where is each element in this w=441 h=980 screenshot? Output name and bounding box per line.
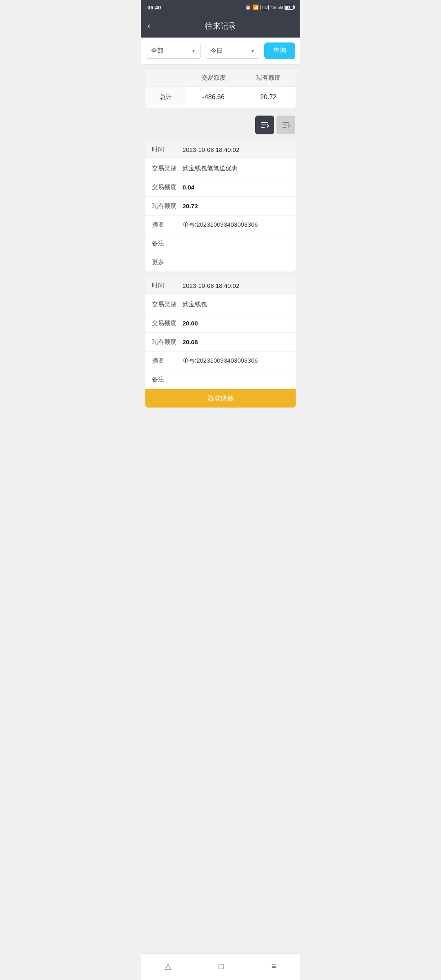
signal-5g-icon: 5G [278, 5, 283, 10]
signal-4g-icon: 4G [270, 5, 276, 10]
time-label-2: 时间 [152, 282, 183, 290]
summary-label-1: 摘要 [152, 221, 183, 229]
transaction-type-row-2: 交易类别 购宝钱包 [145, 295, 296, 314]
transaction-summary-row-2: 摘要 单号:202310093403003306 [145, 352, 296, 370]
col-transaction-header: 交易额度 [186, 69, 241, 87]
transaction-balance-row-2: 现有额度 20.68 [145, 333, 296, 352]
chevron-down-icon-2: ▼ [251, 49, 255, 53]
balance-label-2: 现有额度 [152, 338, 183, 346]
transaction-balance-row-1: 现有额度 20.72 [145, 197, 296, 216]
summary-value-2: 单号:202310093403003306 [183, 357, 258, 365]
summary-label-2: 摘要 [152, 357, 183, 365]
filter-type-dropdown[interactable]: 全部 ▼ [146, 43, 201, 59]
type-label-2: 交易类别 [152, 301, 183, 308]
sort-ascending-button[interactable] [255, 116, 274, 134]
col-balance-header: 现有额度 [241, 69, 296, 87]
game-quick-select-button[interactable]: 游戏快选 [145, 389, 296, 408]
type-label-1: 交易类别 [152, 165, 183, 172]
hd-icon: HD [261, 5, 269, 10]
transaction-note-row-1: 备注 [145, 234, 296, 253]
header: ‹ 往来记录 [141, 15, 300, 38]
summary-header-row: 交易额度 现有额度 [145, 69, 296, 87]
summary-value-1: 单号:202310093403003306 [183, 221, 258, 229]
query-button[interactable]: 查询 [264, 42, 295, 59]
filter-date-dropdown[interactable]: 今日 ▼ [205, 43, 260, 59]
note-label-1: 备注 [152, 240, 183, 247]
sort-descending-button[interactable] [276, 116, 295, 134]
time-value-2: 2023-10-08 18:40:02 [183, 282, 239, 289]
battery-level: 31 [287, 6, 291, 9]
more-label-1: 更多 [152, 258, 183, 266]
transaction-time-row-2: 时间 2023-10-08 18:40:02 [145, 276, 296, 295]
back-button[interactable]: ‹ [147, 21, 150, 31]
chevron-down-icon: ▼ [192, 49, 196, 53]
empty-header-cell [145, 69, 186, 87]
note-label-2: 备注 [152, 376, 183, 383]
status-time: 06:40 [147, 4, 161, 11]
transaction-card-2: 时间 2023-10-08 18:40:02 交易类别 购宝钱包 交易额度 20… [145, 276, 296, 408]
filter-type-label: 全部 [151, 47, 163, 55]
summary-table: 交易额度 现有额度 总计 -486.66 20.72 [145, 69, 296, 108]
alarm-icon: ⏰ [245, 4, 251, 10]
transaction-amount-row-2: 交易额度 20.00 [145, 314, 296, 333]
summary-data-row: 总计 -486.66 20.72 [145, 87, 296, 108]
transaction-type-row-1: 交易类别 购宝钱包笔笔送优惠 [145, 159, 296, 178]
balance-value-2: 20.68 [183, 339, 198, 345]
transaction-amount-row-1: 交易额度 0.04 [145, 178, 296, 197]
filter-bar: 全部 ▼ 今日 ▼ 查询 [141, 38, 300, 65]
amount-label-1: 交易额度 [152, 183, 183, 191]
battery-icon: 31 [285, 5, 294, 10]
amount-value-1: 0.04 [183, 184, 194, 191]
balance-label-1: 现有额度 [152, 202, 183, 210]
filter-date-label: 今日 [210, 47, 223, 55]
amount-label-2: 交易额度 [152, 319, 183, 327]
total-label: 总计 [145, 87, 186, 108]
transaction-more-row-1[interactable]: 更多 [145, 253, 296, 272]
wifi-icon: 📶 [253, 4, 259, 10]
sort-buttons [141, 112, 300, 138]
status-icons: ⏰ 📶 HD 4G 5G 31 [245, 4, 294, 10]
time-value-1: 2023-10-08 18:40:02 [183, 146, 239, 153]
time-label-1: 时间 [152, 146, 183, 154]
status-bar: 06:40 ⏰ 📶 HD 4G 5G 31 [141, 0, 300, 15]
balance-value-1: 20.72 [183, 203, 198, 209]
amount-value-2: 20.00 [183, 320, 198, 327]
type-value-2: 购宝钱包 [183, 301, 207, 308]
transaction-summary-row-1: 摘要 单号:202310093403003306 [145, 216, 296, 234]
transaction-card-1: 时间 2023-10-08 18:40:02 交易类别 购宝钱包笔笔送优惠 交易… [145, 140, 296, 272]
type-value-1: 购宝钱包笔笔送优惠 [183, 165, 238, 172]
transaction-note-row-2: 备注 [145, 370, 296, 389]
page-title: 往来记录 [205, 21, 236, 31]
total-balance-value: 20.72 [241, 87, 296, 108]
transaction-time-row-1: 时间 2023-10-08 18:40:02 [145, 140, 296, 159]
total-transaction-value: -486.66 [186, 87, 241, 108]
